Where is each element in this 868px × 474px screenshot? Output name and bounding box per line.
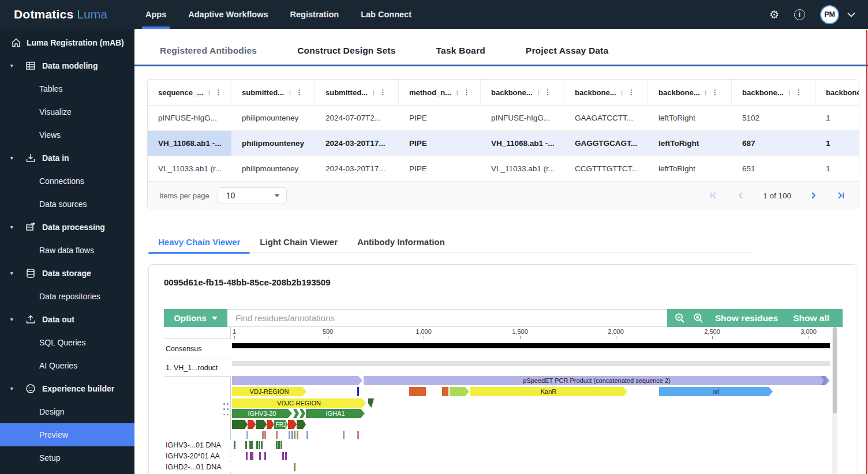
table-cell[interactable]: pINFUSE-hIgG...: [481, 106, 564, 130]
alignment-mismatch-tick[interactable]: [357, 431, 359, 439]
annotation-feature[interactable]: [300, 409, 305, 418]
sidebar-item-data-storage[interactable]: ▾Data storage: [0, 262, 134, 285]
next-page-button[interactable]: [811, 191, 817, 200]
show-residues-button[interactable]: Show residues: [709, 313, 784, 323]
alignment-mismatch-tick[interactable]: [264, 452, 266, 460]
user-avatar[interactable]: PM: [820, 5, 839, 24]
prev-page-button[interactable]: [738, 191, 743, 200]
track-drag-handle[interactable]: [223, 403, 229, 418]
sort-arrow-icon[interactable]: ↑: [288, 88, 292, 97]
annotation-feature[interactable]: [267, 420, 274, 429]
alignment-mismatch-tick[interactable]: [252, 452, 253, 460]
table-cell[interactable]: 2024-03-20T17...: [315, 156, 399, 181]
track-label-1-vh-1-roduct[interactable]: 1. VH_1...roduct: [164, 359, 231, 377]
table-cell[interactable]: 687: [732, 131, 815, 156]
column-header-0[interactable]: sequence_...↑⋮: [148, 80, 231, 105]
viewer-vertical-scrollbar[interactable]: [832, 327, 837, 474]
table-cell[interactable]: pINFUSE-hIgG...: [148, 106, 231, 130]
info-icon[interactable]: i: [794, 9, 805, 20]
table-cell[interactable]: VH_11068.ab1 -...: [148, 131, 231, 156]
column-header-7[interactable]: backbone...↑⋮: [732, 80, 815, 105]
alignment-mismatch-tick[interactable]: [278, 441, 280, 449]
alignment-mismatch-tick[interactable]: [289, 431, 290, 439]
table-cell[interactable]: 1: [815, 131, 859, 156]
chevron-down-icon[interactable]: ▾: [10, 386, 25, 392]
alignment-mismatch-tick[interactable]: [297, 431, 298, 439]
table-cell[interactable]: 1: [815, 156, 859, 181]
sidebar-item-connections[interactable]: Connections: [0, 170, 134, 193]
alignment-mismatch-tick[interactable]: [251, 441, 253, 449]
last-page-button[interactable]: [836, 191, 845, 200]
alignment-mismatch-tick[interactable]: [285, 452, 287, 460]
column-menu-icon[interactable]: ⋮: [215, 88, 222, 96]
annotation-feature[interactable]: [232, 376, 362, 385]
annotation-feature[interactable]: [442, 387, 448, 396]
sidebar-item-design[interactable]: Design: [0, 400, 134, 423]
brand-logo[interactable]: Dotmatics Luma: [0, 7, 134, 21]
column-menu-icon[interactable]: ⋮: [628, 88, 635, 96]
table-cell[interactable]: 1: [815, 106, 859, 130]
annotation-ori[interactable]: ori: [659, 387, 773, 396]
sidebar-item-data-processing[interactable]: ▾Data processing: [0, 216, 134, 239]
alignment-mismatch-tick[interactable]: [245, 441, 247, 449]
table-row-1[interactable]: VH_11068.ab1 -...philipmounteney2024-03-…: [148, 131, 859, 156]
sidebar-item-data-out[interactable]: ▾Data out: [0, 308, 134, 331]
app-tab-task-board[interactable]: Task Board: [436, 46, 485, 56]
column-menu-icon[interactable]: ⋮: [463, 88, 470, 96]
viewer-tab-antibody-information[interactable]: Antibody Information: [347, 231, 455, 253]
sort-arrow-icon[interactable]: ↑: [704, 88, 708, 97]
track-label-consensus[interactable]: Consensus: [164, 338, 231, 359]
settings-gear-icon[interactable]: ⚙: [769, 9, 779, 20]
annotation-vdj-region[interactable]: VDJ-REGION: [232, 387, 306, 396]
table-scroll-region[interactable]: sequence_...↑⋮submitted...↑⋮submitted...…: [148, 80, 859, 182]
annotation-feature[interactable]: [248, 420, 256, 429]
annotation-feature[interactable]: [232, 420, 248, 429]
table-cell[interactable]: philipmounteney: [231, 106, 315, 130]
annotation-feature[interactable]: [256, 420, 267, 429]
annotation-feature[interactable]: [368, 398, 374, 408]
table-cell[interactable]: leftToRight: [648, 131, 732, 156]
sidebar-item-data-repositories[interactable]: Data repositories: [0, 285, 134, 308]
zoom-out-icon[interactable]: [672, 310, 688, 326]
sidebar-item-preview[interactable]: Preview: [0, 423, 134, 446]
sidebar-item-luma-registration-mab[interactable]: Luma Registration (mAB): [0, 31, 134, 54]
find-residues-input[interactable]: [227, 309, 667, 327]
table-cell[interactable]: 2024-03-20T17...: [315, 131, 399, 156]
track-label-ighv3-20-01-aa[interactable]: IGHV3-20*01 AA: [164, 451, 231, 461]
annotation-feature[interactable]: [409, 387, 426, 396]
column-header-8[interactable]: backbone...↑⋮: [815, 80, 859, 105]
consensus-track-bar[interactable]: [232, 343, 830, 348]
annotation-kanr[interactable]: KanR: [470, 387, 627, 396]
table-cell[interactable]: VH_11068.ab1 -...: [481, 131, 564, 156]
table-cell[interactable]: philipmounteney: [231, 131, 315, 156]
sidebar-item-data-sources[interactable]: Data sources: [0, 193, 134, 216]
annotation-vdjc-region[interactable]: VDJC-REGION: [232, 398, 366, 408]
table-cell[interactable]: philipmounteney: [231, 156, 315, 181]
nav-item-lab-connect[interactable]: Lab Connect: [361, 0, 411, 29]
app-tab-construct-design-sets[interactable]: Construct Design Sets: [297, 46, 395, 56]
annotation-feature[interactable]: [357, 387, 359, 396]
alignment-mismatch-tick[interactable]: [259, 452, 261, 460]
zoom-in-icon[interactable]: [690, 310, 706, 326]
alignment-mismatch-tick[interactable]: [256, 441, 258, 449]
alignment-mismatch-tick[interactable]: [343, 431, 345, 439]
sequence-canvas[interactable]: 15001,0001,5002,0002,5003,000pSpeedET PC…: [232, 327, 830, 474]
annotation-feature[interactable]: [450, 387, 469, 396]
nav-item-registration[interactable]: Registration: [290, 0, 339, 29]
sort-arrow-icon[interactable]: ↑: [537, 88, 541, 97]
table-cell[interactable]: 651: [732, 156, 815, 181]
sidebar-item-raw-data-flows[interactable]: Raw data flows: [0, 239, 134, 262]
column-header-3[interactable]: method_n...↑⋮: [399, 80, 481, 105]
table-cell[interactable]: 5102: [732, 106, 815, 130]
table-cell[interactable]: CCGTTTGTTCT...: [564, 156, 648, 181]
sidebar-item-data-modeling[interactable]: ▾Data modeling: [0, 54, 134, 77]
sequence-track-bar[interactable]: [232, 361, 830, 366]
table-cell[interactable]: PIPE: [399, 106, 481, 130]
annotation-feature[interactable]: [293, 409, 299, 418]
sidebar-item-sql-queries[interactable]: SQL Queries: [0, 331, 134, 354]
track-label-ighv3-01-dna[interactable]: IGHV3-...01 DNA: [164, 440, 231, 450]
annotation-fr3[interactable]: FR3: [274, 420, 288, 429]
annotation-feature[interactable]: [297, 420, 306, 429]
column-menu-icon[interactable]: ⋮: [712, 88, 719, 96]
sidebar-item-data-in[interactable]: ▾Data in: [0, 146, 134, 170]
